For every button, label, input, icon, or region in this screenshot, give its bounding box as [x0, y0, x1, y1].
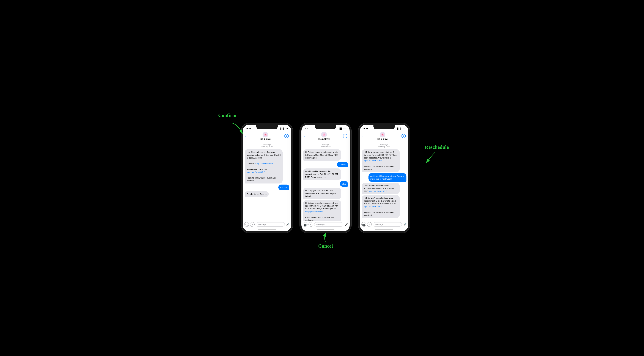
timestamp: iMessageTuesday 20:21	[245, 144, 289, 148]
home-indicator	[243, 228, 291, 231]
appstore-icon[interactable]: A	[367, 222, 372, 227]
bubble-sent: Ah i forgot I have a wedding. Can we mov…	[368, 173, 406, 182]
chat-header: ‹ 🌸 Iris & Onyx i	[243, 131, 291, 142]
bubble-received: Hey Alycia, please confirm your appointm…	[245, 149, 282, 183]
header-center: 🌸 Iris & Onyx	[377, 132, 388, 140]
scene: Confirm 9:41 ▐▐▐ ≈ ▭	[224, 123, 420, 233]
message-row: Click here to reschedule the appointment…	[362, 183, 406, 194]
phone-confirm: 9:41 ▐▐▐ ≈ ▭ ‹ 🌸 Iris & Onyx i iMessageT…	[241, 123, 293, 233]
signal-icon: ▐▐▐	[280, 128, 284, 130]
home-indicator	[360, 228, 408, 231]
status-icons: ▐▐▐ ≈ ▬	[397, 128, 405, 130]
reschedule-arrow	[425, 150, 439, 164]
contact-name: Iris & Onyx	[260, 138, 271, 140]
home-bar	[317, 229, 334, 230]
input-bar: 📷 A iMessage 🎤	[302, 221, 350, 228]
confirm-arrow	[231, 121, 245, 136]
message-row: Hi Esteban, your appointment at Iris & O…	[303, 149, 348, 161]
battery-icon: ▬	[344, 128, 346, 130]
camera-icon[interactable]: 📷	[303, 222, 308, 227]
phone-reschedule-wrapper: Reschedule 9:41 ▐▐▐ ≈ ▬	[358, 123, 410, 233]
reschedule-annotation: Reschedule	[425, 144, 449, 164]
message-row: Hi Erin, your appointment at Iris & Onyx…	[362, 149, 406, 172]
phone-cancel-wrapper: Cancel 9:41 ▐▐▐ ≈ ▬ ‹ 🌸 Iris & Onyx i	[300, 123, 351, 233]
details-link[interactable]: sqap.pt/u/wdnJS8bf.	[364, 160, 382, 162]
signal-icon: ▐▐▐	[338, 128, 342, 130]
reschedule-link[interactable]: sqap.pt/u/wdnJS8bf.	[246, 171, 265, 173]
chat-body: iMessageTuesday 20:21 Hey Alycia, please…	[243, 142, 291, 221]
mic-icon[interactable]: 🎤	[286, 222, 290, 226]
back-button[interactable]: ‹	[304, 134, 305, 138]
input-bar: 📷 A iMessage 🎤	[360, 221, 408, 228]
message-row: Ah i forgot I have a wedding. Can we mov…	[362, 173, 406, 182]
message-input[interactable]: iMessage	[314, 222, 343, 226]
status-time: 9:41	[305, 127, 310, 130]
bubble-received: Thanks for confirming.	[245, 191, 269, 197]
input-bar: O; A iMessage 🎤	[243, 221, 291, 228]
phone-cancel: 9:41 ▐▐▐ ≈ ▬ ‹ 🌸 Iris & Onyx i iMessageF…	[300, 123, 351, 233]
message-row: Confirm	[245, 184, 289, 190]
mic-icon[interactable]: 🎤	[403, 222, 407, 226]
appstore-icon[interactable]: A	[250, 222, 254, 227]
chat-header: ‹ 🌸 Iris & Onyx i	[302, 131, 350, 142]
bubble-received: Click here to reschedule the appointment…	[362, 183, 400, 194]
bubble-received: Im sorry you can't make it. I've cancell…	[303, 188, 341, 199]
phone-reschedule: 9:41 ▐▐▐ ≈ ▬ ‹ 🌸 Iris & Onyx i iMessageS…	[358, 123, 410, 233]
new-details-link[interactable]: sqap.pt/u/wdnJS8bf.	[364, 205, 382, 207]
wifi-icon: ≈	[284, 128, 286, 130]
wifi-icon: ≈	[343, 128, 344, 130]
battery-icon: ▬	[403, 128, 405, 130]
info-button[interactable]: i	[402, 134, 406, 138]
reschedule-link[interactable]: sqap.pt/u/wdnJS8bf.	[369, 190, 387, 192]
signal-icon: ▐▐▐	[397, 128, 400, 130]
camera-icon[interactable]: 📷	[362, 222, 366, 227]
bubble-sent: YES	[340, 181, 348, 187]
message-row: Would you like to cancel the appointment…	[303, 169, 348, 180]
appstore-icon[interactable]: A	[308, 222, 313, 227]
status-time: 9:41	[246, 127, 251, 130]
message-row: Hi Erin, you've rescheduled your appoint…	[362, 195, 406, 218]
timestamp: iMessageFriday 11:09	[303, 144, 348, 148]
contact-name: Iris & Onyx	[377, 138, 388, 140]
bubble-sent: Confirm	[278, 184, 289, 190]
info-button[interactable]: i	[284, 134, 289, 138]
message-row: YES	[303, 181, 348, 187]
message-row: Im sorry you can't make it. I've cancell…	[303, 188, 348, 199]
cancel-arrow	[320, 233, 331, 243]
reschedule-label: Reschedule	[425, 144, 449, 150]
message-row: Thanks for confirming.	[245, 191, 289, 197]
back-button[interactable]: ‹	[362, 134, 364, 138]
cancel-label: Cancel	[318, 243, 333, 249]
bubble-received: Hi Esteban, your appointment at Iris & O…	[303, 149, 341, 161]
mic-icon[interactable]: 🎤	[344, 222, 348, 226]
bubble-received: Hi Erin, your appointment at Iris & Onyx…	[362, 149, 400, 172]
message-row: Cancel!	[303, 162, 348, 167]
message-input[interactable]: iMessage	[256, 222, 285, 226]
message-input[interactable]: iMessage	[373, 222, 402, 226]
status-time: 9:41	[364, 127, 368, 130]
notch	[256, 125, 278, 129]
info-button[interactable]: i	[343, 134, 347, 138]
bubble-received: Hi Erin, you've rescheduled your appoint…	[362, 195, 400, 218]
header-center: 🌸 Iris & Onyx	[260, 132, 271, 140]
timestamp: iMessageSaturday 15:46	[362, 144, 406, 148]
back-button[interactable]: ‹	[245, 134, 246, 138]
status-icons: ▐▐▐ ≈ ▬	[338, 128, 346, 130]
notch	[374, 125, 395, 129]
avatar: 🌸	[321, 132, 327, 138]
bubble-received: Hi Esteban, you have cancelled your appo…	[303, 200, 341, 221]
cancel-annotation: Cancel	[318, 233, 333, 249]
home-bar	[258, 229, 276, 230]
confirm-link[interactable]: sqap.pt/u/wdnJS8bn	[255, 163, 274, 165]
message-row: Hey Alycia, please confirm your appointm…	[245, 149, 289, 183]
camera-icon[interactable]: O;	[244, 222, 249, 227]
book-link[interactable]: sqap.pt/u/wdnJS8bf.	[305, 210, 324, 212]
phone-confirm-wrapper: Confirm 9:41 ▐▐▐ ≈ ▭	[241, 123, 293, 233]
wifi-icon: ≈	[401, 128, 402, 130]
message-row: Hi Esteban, you have cancelled your appo…	[303, 200, 348, 221]
home-indicator	[302, 228, 350, 231]
battery-icon: ▭	[286, 128, 288, 130]
avatar: 🌸	[262, 132, 268, 138]
bubble-sent: Cancel!	[337, 162, 348, 167]
chat-body: iMessageSaturday 15:46 Hi Erin, your app…	[360, 142, 408, 221]
